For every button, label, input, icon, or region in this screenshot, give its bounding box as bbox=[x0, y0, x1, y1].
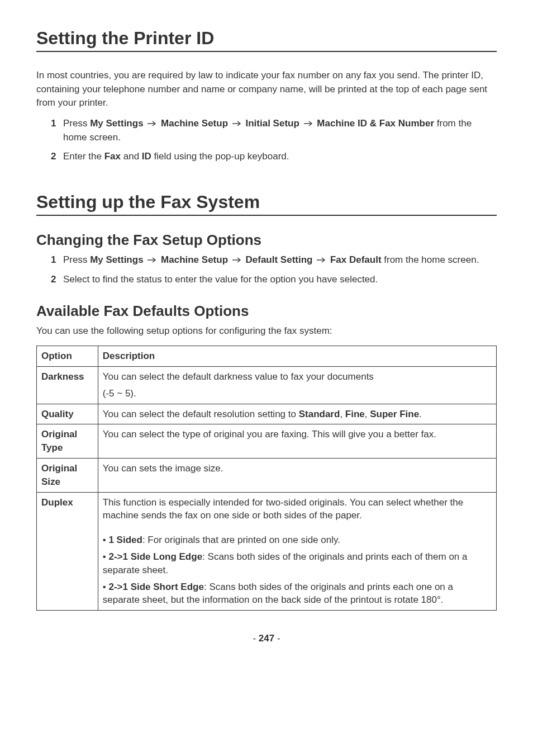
opt-original-size: Original Size bbox=[41, 463, 77, 487]
bullet-item: • 2->1 Side Long Edge: Scans both sides … bbox=[103, 550, 492, 577]
page-number: 247 bbox=[259, 633, 274, 644]
menu-default-setting: Default Setting bbox=[246, 254, 313, 265]
text: You can select the default resolution se… bbox=[103, 409, 299, 419]
text: : For originals that are printed on one … bbox=[142, 535, 340, 545]
field-fax: Fax bbox=[104, 151, 121, 162]
menu-my-settings: My Settings bbox=[90, 118, 143, 129]
menu-machine-setup: Machine Setup bbox=[161, 254, 228, 265]
text: , bbox=[365, 409, 370, 419]
table-row: Darkness You can select the default dark… bbox=[37, 366, 497, 404]
opt-quality: Quality bbox=[41, 409, 74, 419]
step-1: Press My Settings Machine Setup Default … bbox=[51, 253, 497, 267]
menu-machine-setup: Machine Setup bbox=[161, 118, 228, 129]
text: . bbox=[419, 409, 422, 419]
fax-defaults-table: Option Description Darkness You can sele… bbox=[36, 346, 497, 611]
desc-quality: You can select the default resolution se… bbox=[98, 404, 496, 424]
sub2-intro: You can use the following setup options … bbox=[36, 324, 497, 338]
val-2-1-short-edge: 2->1 Side Short Edge bbox=[108, 582, 204, 592]
arrow-icon bbox=[147, 117, 157, 131]
table-row: Original Size You can sets the image siz… bbox=[37, 458, 497, 492]
menu-initial-setup: Initial Setup bbox=[246, 118, 299, 129]
val-standard: Standard bbox=[299, 409, 340, 419]
desc-original-size: You can sets the image size. bbox=[98, 458, 496, 492]
step-1: Press My Settings Machine Setup Initial … bbox=[51, 117, 497, 144]
opt-original-type: Original Type bbox=[41, 429, 77, 453]
val-super-fine: Super Fine bbox=[370, 409, 419, 419]
text: Press bbox=[63, 254, 90, 265]
col-description: Description bbox=[98, 346, 496, 367]
bullet-icon: • bbox=[103, 551, 109, 562]
val-fine: Fine bbox=[345, 409, 365, 419]
text: Enter the bbox=[63, 151, 104, 162]
intro-paragraph: In most countries, you are required by l… bbox=[36, 69, 497, 110]
table-row: Quality You can select the default resol… bbox=[37, 404, 497, 424]
arrow-icon bbox=[147, 253, 157, 267]
table-row: Original Type You can select the type of… bbox=[37, 424, 497, 459]
text: field using the pop-up keyboard. bbox=[151, 151, 289, 162]
section1-steps: Press My Settings Machine Setup Initial … bbox=[36, 117, 497, 164]
bullet-item: • 1 Sided: For originals that are printe… bbox=[103, 533, 492, 547]
bullet-icon: • bbox=[103, 535, 109, 545]
heading-setting-printer-id: Setting the Printer ID bbox=[36, 28, 497, 52]
text: from the home screen. bbox=[382, 254, 479, 265]
bullet-icon: • bbox=[103, 582, 109, 592]
bullet-item: • 2->1 Side Short Edge: Scans both sides… bbox=[103, 580, 492, 607]
arrow-icon bbox=[232, 253, 242, 267]
desc-darkness: You can select the default darkness valu… bbox=[98, 366, 496, 404]
heading-setting-fax-system: Setting up the Fax System bbox=[36, 192, 497, 216]
arrow-icon bbox=[316, 253, 326, 267]
val-1-sided: 1 Sided bbox=[108, 535, 142, 545]
text: - bbox=[274, 633, 280, 644]
opt-darkness: Darkness bbox=[41, 371, 84, 382]
arrow-icon bbox=[303, 117, 313, 131]
step-2: Enter the Fax and ID field using the pop… bbox=[51, 150, 497, 164]
desc-original-type: You can select the type of original you … bbox=[98, 424, 496, 459]
menu-my-settings: My Settings bbox=[90, 254, 143, 265]
text: This function is especially intended for… bbox=[103, 496, 492, 523]
table-row: Duplex This function is especially inten… bbox=[37, 492, 497, 611]
page-footer: - 247 - bbox=[36, 633, 497, 644]
desc-duplex: This function is especially intended for… bbox=[98, 492, 496, 611]
opt-duplex: Duplex bbox=[41, 497, 73, 508]
step-2: Select to find the status to enter the v… bbox=[51, 273, 497, 287]
val-2-1-long-edge: 2->1 Side Long Edge bbox=[108, 551, 202, 562]
text: You can select the default darkness valu… bbox=[103, 370, 492, 384]
text: (-5 ~ 5). bbox=[103, 387, 492, 400]
field-id: ID bbox=[142, 151, 151, 162]
col-option: Option bbox=[37, 346, 98, 367]
arrow-icon bbox=[232, 117, 242, 131]
menu-machine-id-fax: Machine ID & Fax Number bbox=[317, 118, 434, 129]
table-header-row: Option Description bbox=[37, 346, 497, 367]
subheading-available-fax-defaults: Available Fax Defaults Options bbox=[36, 303, 497, 320]
subheading-changing-fax-setup: Changing the Fax Setup Options bbox=[36, 231, 497, 249]
section2-sub1-steps: Press My Settings Machine Setup Default … bbox=[36, 253, 497, 286]
text: - bbox=[253, 633, 258, 644]
text: , bbox=[340, 409, 345, 419]
text: and bbox=[121, 151, 142, 162]
menu-fax-default: Fax Default bbox=[330, 254, 382, 265]
text: Press bbox=[63, 118, 90, 129]
